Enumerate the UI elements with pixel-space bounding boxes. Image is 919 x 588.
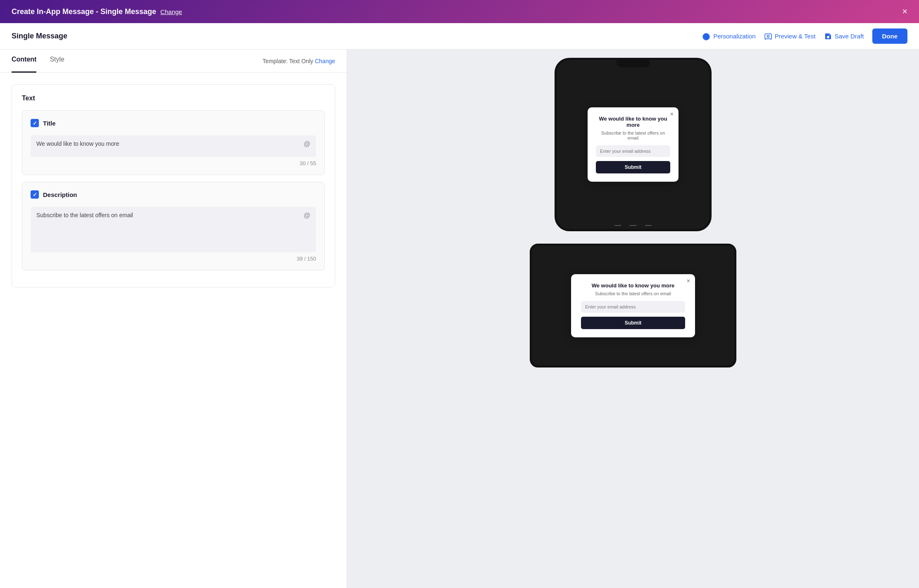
tablet-modal-close[interactable]: × [687, 277, 690, 284]
description-char-count: 39 / 150 [31, 256, 316, 262]
toolbar-actions: Personalization Preview & Test Save Draf… [702, 28, 907, 44]
tablet-side-btn-left [530, 270, 531, 283]
personalization-label: Personalization [713, 33, 756, 40]
title-checkbox[interactable] [31, 119, 39, 127]
phone-menu-dot [614, 225, 621, 226]
title-field-card: Title We would like to know you more @ 3… [22, 110, 325, 175]
tab-content[interactable]: Content [12, 50, 36, 73]
phone-modal-title: We would like to know you more [596, 116, 670, 128]
description-checkbox[interactable] [31, 190, 39, 199]
personalization-button[interactable]: Personalization [702, 32, 756, 40]
header-left: Create In-App Message - Single Message C… [12, 7, 182, 16]
title-field-label: Title [43, 120, 56, 127]
description-at-icon[interactable]: @ [304, 212, 310, 219]
header-title: Create In-App Message - Single Message [12, 7, 156, 16]
phone-email-input[interactable] [596, 145, 670, 157]
text-section-title: Text [22, 95, 325, 102]
panel-content: Text Title We would like to know you mor… [0, 73, 347, 299]
description-field-header: Description [31, 190, 316, 199]
tablet-modal-desc: Subscribe to the latest offers on email [581, 291, 685, 296]
svg-rect-0 [765, 34, 771, 39]
template-info: Template: Text Only Change [262, 58, 335, 64]
save-draft-button[interactable]: Save Draft [824, 32, 864, 40]
phone-home-bar [614, 225, 652, 226]
description-field-label: Description [43, 191, 77, 198]
phone-submit-button[interactable]: Submit [596, 161, 670, 173]
preview-test-button[interactable]: Preview & Test [764, 32, 816, 40]
phone-preview: × We would like to know you more Subscri… [555, 58, 712, 231]
content-tabs: Content Style Template: Text Only Change [0, 50, 347, 73]
description-input-wrap[interactable]: Subscribe to the latest offers on email … [31, 207, 316, 252]
page-title: Single Message [12, 32, 67, 40]
svg-point-1 [767, 35, 769, 37]
tablet-modal: × We would like to know you more Subscri… [571, 274, 695, 337]
gear-icon [702, 32, 711, 40]
phone-back-dot [645, 225, 652, 226]
tablet-submit-button[interactable]: Submit [581, 317, 685, 329]
description-input-value: Subscribe to the latest offers on email [36, 212, 304, 218]
template-name: Text Only [289, 58, 313, 64]
tablet-email-input[interactable] [581, 301, 685, 313]
left-panel: Content Style Template: Text Only Change… [0, 50, 347, 588]
save-draft-label: Save Draft [835, 33, 864, 40]
preview-icon [764, 32, 772, 40]
app-header: Create In-App Message - Single Message C… [0, 0, 919, 23]
title-field-header: Title [31, 119, 316, 127]
tablet-modal-title: We would like to know you more [581, 282, 685, 289]
phone-home-dot [629, 225, 637, 226]
phone-modal-desc: Subscribe to the latest offers on email [596, 130, 670, 140]
title-at-icon[interactable]: @ [304, 140, 310, 148]
description-field-card: Description Subscribe to the latest offe… [22, 182, 325, 270]
tablet-preview: × We would like to know you more Subscri… [530, 244, 736, 368]
template-change-link[interactable]: Change [315, 58, 335, 64]
phone-modal: × We would like to know you more Subscri… [588, 107, 679, 182]
header-change-link[interactable]: Change [160, 8, 182, 15]
toolbar: Single Message Personalization Preview &… [0, 23, 919, 50]
title-input-wrap[interactable]: We would like to know you more @ [31, 135, 316, 157]
done-button[interactable]: Done [872, 28, 908, 44]
title-char-count: 30 / 55 [31, 160, 316, 166]
template-prefix: Template: [262, 58, 288, 64]
tabs-list: Content Style [12, 50, 64, 73]
text-section: Text Title We would like to know you mor… [12, 84, 335, 287]
phone-notch [617, 60, 650, 67]
tab-style[interactable]: Style [50, 50, 64, 73]
preview-test-label: Preview & Test [775, 33, 816, 40]
title-input-value: We would like to know you more [36, 140, 304, 147]
header-close-button[interactable]: × [902, 6, 907, 17]
main-layout: Content Style Template: Text Only Change… [0, 50, 919, 588]
tablet-side-btn-right [736, 279, 736, 299]
save-icon [824, 32, 832, 40]
preview-panel: × We would like to know you more Subscri… [347, 50, 919, 588]
phone-modal-close[interactable]: × [670, 111, 674, 117]
